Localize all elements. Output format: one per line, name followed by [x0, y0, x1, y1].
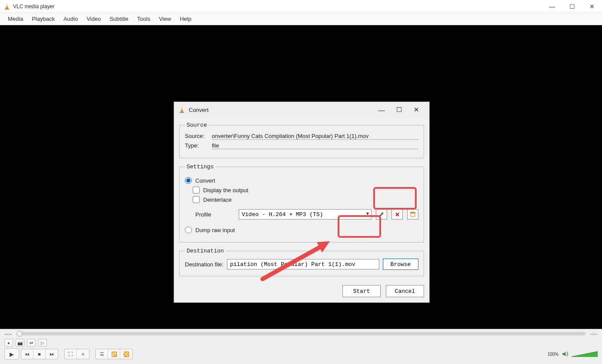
loop-ab-icon: ⇄ [30, 341, 33, 345]
seek-slider[interactable] [16, 332, 586, 335]
wrench-icon [378, 211, 385, 217]
svg-rect-4 [181, 108, 183, 109]
record-button[interactable]: ● [4, 339, 13, 347]
menu-bar: Media Playback Audio Video Subtitle Tool… [0, 13, 602, 25]
svg-rect-7 [411, 212, 415, 213]
edit-profile-button[interactable] [376, 209, 387, 220]
new-profile-button[interactable] [407, 209, 418, 220]
frame-step-button[interactable]: ▷ [38, 339, 47, 347]
shuffle-icon: 🔀 [123, 351, 129, 357]
seek-thumb[interactable] [16, 331, 23, 337]
bottom-bar: --:-- --:-- ● 📷 ⇄ ▷ ▶ ⏮ ■ ⏭ ⛶ ≡ ☰ 🔁 🔀 10… [0, 329, 602, 364]
menu-help[interactable]: Help [175, 14, 196, 24]
svg-rect-5 [180, 112, 184, 113]
destination-file-input[interactable] [227, 259, 379, 269]
next-button[interactable]: ⏭ [46, 349, 58, 359]
maximize-button[interactable]: ☐ [562, 0, 582, 13]
convert-radio-row[interactable]: Convert [185, 177, 418, 184]
convert-dialog: Convert — ☐ ✕ Source Source: onverter\Fu… [174, 102, 430, 303]
remaining-time: --:-- [590, 331, 598, 336]
display-output-row[interactable]: Display the output [193, 187, 418, 193]
profile-label: Profile [195, 211, 234, 218]
menu-media[interactable]: Media [3, 14, 27, 24]
small-button-row: ● 📷 ⇄ ▷ [0, 338, 602, 348]
menu-subtitle[interactable]: Subtitle [105, 14, 132, 24]
record-icon: ● [7, 341, 10, 345]
source-value: onverter\Funny Cats Compilation (Most Po… [212, 133, 418, 140]
extended-settings-button[interactable]: ≡ [77, 349, 89, 359]
deinterlace-checkbox[interactable] [193, 196, 200, 203]
source-label: Source: [185, 133, 212, 140]
minimize-button[interactable]: — [542, 0, 562, 13]
loop-icon: 🔁 [111, 351, 117, 357]
deinterlace-label: Deinterlace [203, 197, 232, 203]
new-profile-icon [410, 211, 416, 217]
speaker-icon[interactable] [561, 350, 569, 358]
shuffle-button[interactable]: 🔀 [120, 349, 132, 359]
skip-back-icon: ⏮ [25, 351, 30, 357]
x-icon: ✕ [395, 211, 400, 218]
play-button[interactable]: ▶ [4, 348, 19, 360]
source-legend: Source [185, 122, 209, 128]
window-title: VLC media player [13, 3, 542, 10]
fullscreen-button[interactable]: ⛶ [65, 349, 77, 359]
main-button-row: ▶ ⏮ ■ ⏭ ⛶ ≡ ☰ 🔁 🔀 100% [0, 348, 602, 361]
previous-button[interactable]: ⏮ [21, 349, 33, 359]
menu-playback[interactable]: Playback [27, 14, 59, 24]
browse-button[interactable]: Browse [383, 259, 418, 270]
profile-row: Profile ✕ [195, 209, 418, 220]
dialog-button-row: Start Cancel [179, 282, 424, 297]
profile-select[interactable] [239, 209, 372, 220]
main-title-bar: VLC media player — ☐ ✕ [0, 0, 602, 13]
close-button[interactable]: ✕ [582, 0, 602, 13]
volume-slider[interactable] [572, 351, 598, 357]
loop-button[interactable]: 🔁 [108, 349, 120, 359]
video-area: Convert — ☐ ✕ Source Source: onverter\Fu… [0, 25, 602, 329]
vlc-cone-icon [3, 3, 10, 10]
destination-legend: Destination [185, 248, 226, 254]
convert-body: Source Source: onverter\Funny Cats Compi… [174, 118, 429, 302]
source-fieldset: Source Source: onverter\Funny Cats Compi… [179, 122, 424, 158]
menu-video[interactable]: Video [82, 14, 105, 24]
dump-radio-label: Dump raw input [195, 227, 235, 233]
snapshot-button[interactable]: 📷 [16, 339, 24, 347]
menu-audio[interactable]: Audio [59, 14, 82, 24]
stop-button[interactable]: ■ [33, 349, 46, 359]
svg-rect-1 [6, 5, 8, 6]
settings-legend: Settings [185, 164, 215, 170]
type-label: Type: [185, 142, 212, 149]
deinterlace-row[interactable]: Deinterlace [193, 196, 418, 203]
delete-profile-button[interactable]: ✕ [391, 209, 403, 220]
menu-view[interactable]: View [155, 14, 175, 24]
dump-radio[interactable] [185, 226, 192, 233]
display-output-checkbox[interactable] [193, 187, 200, 193]
convert-maximize-button[interactable]: ☐ [390, 103, 408, 116]
destination-fieldset: Destination Destination file: Browse [179, 248, 424, 276]
vlc-cone-icon [178, 106, 185, 113]
playlist-button[interactable]: ☰ [96, 349, 108, 359]
fullscreen-icon: ⛶ [68, 351, 73, 357]
cancel-button[interactable]: Cancel [386, 285, 424, 297]
menu-tools[interactable]: Tools [133, 14, 155, 24]
seek-row: --:-- --:-- [0, 329, 602, 338]
destination-file-label: Destination file: [185, 261, 224, 268]
convert-radio-label: Convert [195, 177, 215, 184]
stop-icon: ■ [38, 351, 41, 357]
play-icon: ▶ [10, 351, 14, 357]
settings-fieldset: Settings Convert Display the output Dein… [179, 164, 424, 243]
skip-forward-icon: ⏭ [49, 351, 54, 357]
convert-dialog-title: Convert [189, 107, 373, 113]
type-value: file [212, 142, 418, 149]
convert-title-bar: Convert — ☐ ✕ [174, 102, 429, 118]
camera-icon: 📷 [17, 341, 23, 345]
window-controls: — ☐ ✕ [542, 0, 602, 13]
atob-loop-button[interactable]: ⇄ [27, 339, 36, 347]
convert-minimize-button[interactable]: — [373, 103, 390, 116]
convert-radio[interactable] [185, 177, 192, 184]
volume-area: 100% [547, 350, 598, 358]
dump-radio-row[interactable]: Dump raw input [185, 226, 418, 233]
convert-close-button[interactable]: ✕ [408, 103, 425, 116]
start-button[interactable]: Start [342, 285, 381, 297]
svg-rect-2 [5, 9, 9, 10]
playlist-icon: ☰ [100, 351, 104, 357]
